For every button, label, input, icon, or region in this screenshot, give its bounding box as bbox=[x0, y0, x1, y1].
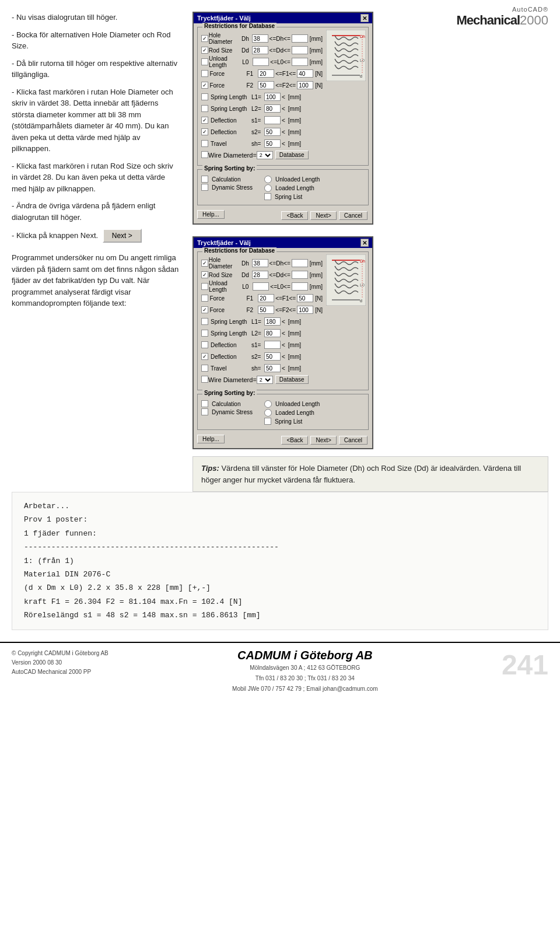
input-s1-val1-2[interactable] bbox=[264, 341, 281, 349]
input-f2-val1-2[interactable] bbox=[258, 306, 274, 314]
input-l0-val1-2[interactable] bbox=[253, 282, 269, 291]
cb-l1-1[interactable] bbox=[201, 93, 208, 100]
var-dh-1: Dh bbox=[242, 36, 252, 42]
wire-dropdown-2[interactable]: 22.53 bbox=[257, 376, 273, 384]
input-f1-val1-1[interactable] bbox=[258, 69, 274, 78]
cb-s1-1[interactable] bbox=[201, 117, 208, 124]
cb-unload-2[interactable] bbox=[201, 283, 208, 290]
input-l2-val1-2[interactable] bbox=[264, 329, 281, 337]
cb-travel-2[interactable] bbox=[201, 365, 208, 372]
input-dh-val1-2[interactable] bbox=[252, 259, 268, 267]
input-sh-val1-1[interactable] bbox=[264, 139, 281, 148]
cb-rod-size-2[interactable] bbox=[201, 271, 208, 278]
cb-dynstress-2[interactable] bbox=[201, 408, 208, 415]
help-button-1[interactable]: Help... bbox=[197, 210, 225, 219]
cb-s2-2[interactable] bbox=[201, 353, 208, 360]
radio-loaded-1[interactable] bbox=[264, 184, 272, 192]
next-button-dlg2[interactable]: Next> bbox=[310, 436, 336, 445]
footer-detail3: Mobil JWe 070 / 757 42 79 ; Email johan@… bbox=[232, 684, 378, 694]
input-l2-val1-1[interactable] bbox=[264, 104, 281, 113]
cb-l1-2[interactable] bbox=[201, 318, 208, 325]
cb-calc-1[interactable] bbox=[201, 176, 208, 183]
input-s2-val1-2[interactable] bbox=[264, 352, 281, 361]
database-button-1[interactable]: Database bbox=[275, 151, 309, 159]
input-l1-val1-2[interactable] bbox=[264, 317, 281, 326]
cb-hole-diameter-2[interactable] bbox=[201, 260, 208, 267]
cb-calc-2[interactable] bbox=[201, 400, 208, 407]
cb-f2-2[interactable] bbox=[201, 306, 208, 313]
radio-loaded-2[interactable] bbox=[264, 409, 272, 417]
input-s2-val1-1[interactable] bbox=[264, 128, 281, 136]
input-l1-val1-1[interactable] bbox=[264, 93, 281, 101]
loaded-row-2: Loaded Length bbox=[264, 409, 320, 417]
unloaded-label-1: Unloaded Length bbox=[275, 176, 320, 183]
calc-row-1a: Calculation bbox=[201, 176, 253, 183]
input-l0-val1-1[interactable] bbox=[253, 58, 269, 66]
loaded-label-2: Loaded Length bbox=[275, 410, 314, 416]
cb-wire-2[interactable] bbox=[201, 376, 208, 383]
input-dh-val2-1[interactable] bbox=[292, 34, 308, 43]
input-dh-val1-1[interactable] bbox=[252, 34, 268, 43]
var-l1-1: L1= bbox=[251, 94, 264, 100]
cb-dynstress-1[interactable] bbox=[201, 184, 208, 191]
back-button-2[interactable]: <Back bbox=[281, 436, 308, 445]
var-f2-2: F2 bbox=[246, 307, 258, 313]
result-line-7: kraft F1 = 26.304 F2 = 81.104 max.Fn = 1… bbox=[24, 595, 536, 609]
radio-unloaded-2[interactable] bbox=[264, 400, 272, 408]
input-dd-val1-2[interactable] bbox=[252, 271, 268, 279]
cb-f1-1[interactable] bbox=[201, 70, 208, 77]
calc-row-2a: Calculation bbox=[201, 400, 253, 407]
cb-s2-1[interactable] bbox=[201, 128, 208, 135]
cancel-button-1[interactable]: Cancel bbox=[339, 211, 368, 220]
input-dd-val2-2[interactable] bbox=[292, 271, 308, 279]
input-f2-val1-1[interactable] bbox=[258, 81, 274, 89]
input-dh-val2-2[interactable] bbox=[292, 259, 308, 267]
spring-diagram-1: Dh L0 d bbox=[326, 30, 366, 81]
cb-wire-1[interactable] bbox=[201, 151, 208, 158]
input-f1-val1-2[interactable] bbox=[258, 294, 274, 302]
wire-dropdown-1[interactable]: 22.53 bbox=[257, 151, 273, 159]
input-sh-val1-2[interactable] bbox=[264, 364, 281, 372]
input-dd-val2-1[interactable] bbox=[292, 46, 308, 54]
cb-hole-diameter-1[interactable] bbox=[201, 35, 208, 42]
input-f2-val2-2[interactable] bbox=[297, 306, 313, 314]
unit-l2-1: [mm] bbox=[288, 106, 301, 112]
unit-s1-2: [mm] bbox=[288, 342, 301, 348]
back-button-1[interactable]: <Back bbox=[281, 211, 308, 220]
restrictions-group-1: Restrictions for Database bbox=[197, 27, 369, 166]
var-l0-2: L0 bbox=[242, 284, 253, 290]
cb-s1-2[interactable] bbox=[201, 341, 208, 348]
cb-l2-1[interactable] bbox=[201, 105, 208, 112]
cb-springlist-2[interactable] bbox=[264, 418, 271, 425]
tips-text: Värdena till vänster för Hole Diameter (… bbox=[201, 464, 521, 484]
spring-diagram-2: Dh L0 d bbox=[326, 254, 366, 306]
next-button[interactable]: Next > bbox=[103, 229, 142, 243]
label-force-f1-2: Force bbox=[209, 295, 246, 302]
cancel-button-2[interactable]: Cancel bbox=[339, 436, 368, 445]
radio-unloaded-1[interactable] bbox=[264, 176, 272, 183]
op-s2-2: < bbox=[282, 354, 285, 360]
input-dd-val1-1[interactable] bbox=[252, 46, 268, 54]
database-button-2[interactable]: Database bbox=[275, 375, 309, 384]
input-f1-val2-1[interactable] bbox=[297, 69, 313, 78]
unit-l0-2: [mm] bbox=[310, 284, 323, 290]
cb-unload-1[interactable] bbox=[201, 58, 208, 65]
input-s1-val1-1[interactable] bbox=[264, 116, 281, 124]
close-button-2[interactable]: ✕ bbox=[360, 239, 369, 247]
var-d-1: d= bbox=[249, 152, 257, 159]
next-button-dlg1[interactable]: Next> bbox=[310, 211, 336, 220]
help-button-2[interactable]: Help... bbox=[197, 435, 225, 443]
cb-f2-1[interactable] bbox=[201, 82, 208, 89]
input-l0-val2-1[interactable] bbox=[292, 58, 308, 66]
cb-l2-2[interactable] bbox=[201, 330, 208, 337]
cb-f1-2[interactable] bbox=[201, 295, 208, 302]
input-l0-val2-2[interactable] bbox=[292, 282, 308, 291]
row-wire-diam-1: Wire Diameter d= 22.53 Database bbox=[201, 150, 323, 160]
close-button-1[interactable]: ✕ bbox=[360, 14, 369, 22]
dialog-body-1: Restrictions for Database bbox=[194, 23, 372, 223]
cb-rod-size-1[interactable] bbox=[201, 47, 208, 54]
input-f1-val2-2[interactable] bbox=[297, 294, 313, 302]
input-f2-val2-1[interactable] bbox=[297, 81, 313, 89]
cb-springlist-1[interactable] bbox=[264, 193, 271, 200]
cb-travel-1[interactable] bbox=[201, 140, 208, 147]
